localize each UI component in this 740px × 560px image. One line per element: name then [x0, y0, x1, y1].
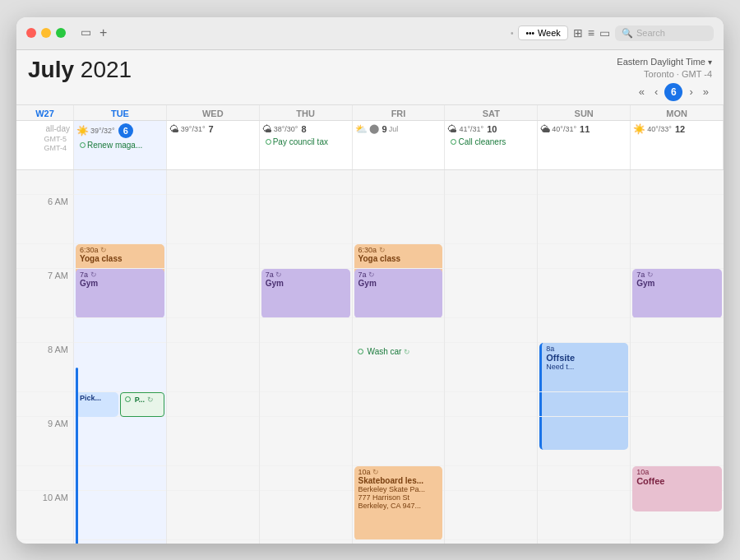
- hour-tue-630[interactable]: [74, 244, 166, 269]
- pick-event-tue[interactable]: Pick...: [76, 392, 118, 417]
- day-col-tue[interactable]: 6:30a ↻ Yoga class 7a ↻ Gym Pic: [74, 170, 167, 544]
- hour-sun-930[interactable]: [538, 466, 630, 491]
- hour-thu-9[interactable]: [260, 417, 352, 466]
- allday-event-renew-mag[interactable]: Renew maga...: [76, 140, 164, 150]
- hour-sun-630[interactable]: [538, 244, 630, 269]
- hour-mon-830[interactable]: [631, 392, 724, 417]
- hour-mon-10[interactable]: [631, 491, 724, 540]
- hour-mon-9[interactable]: [631, 417, 724, 466]
- hour-wed-9[interactable]: [167, 417, 259, 466]
- day-col-wed[interactable]: [167, 170, 260, 544]
- allday-cell-tue[interactable]: ☀️ 39°/32° 6 Renew maga...: [74, 121, 167, 169]
- hour-fri-830[interactable]: [353, 392, 445, 417]
- hour-tue-730[interactable]: [74, 318, 166, 343]
- hour-fri-10[interactable]: [353, 491, 445, 540]
- hour-wed-pre6[interactable]: [167, 170, 259, 195]
- next-next-button[interactable]: »: [700, 84, 712, 100]
- hour-sun-830[interactable]: [538, 392, 630, 417]
- p-event-tue[interactable]: P... ↻: [120, 392, 164, 417]
- hour-fri-pre6[interactable]: [353, 170, 445, 195]
- hour-wed-7[interactable]: [167, 269, 259, 318]
- allday-cell-fri[interactable]: ⛅ ⬤ 9 Jul: [353, 121, 446, 169]
- fullscreen-button[interactable]: [56, 28, 66, 38]
- hour-thu-730[interactable]: [260, 318, 352, 343]
- allday-event-call-cleaners[interactable]: Call cleaners: [447, 137, 534, 147]
- hour-sat-9[interactable]: [445, 417, 537, 466]
- list-view-icon[interactable]: ≡: [588, 26, 594, 39]
- grid-view-icon[interactable]: ⊞: [573, 26, 583, 39]
- day-col-sat[interactable]: [445, 170, 538, 544]
- hour-fri-630[interactable]: [353, 244, 445, 269]
- today-badge[interactable]: 6: [664, 83, 682, 101]
- hour-mon-pre6[interactable]: [631, 170, 724, 195]
- hour-wed-10[interactable]: [167, 491, 259, 540]
- hour-thu-1030[interactable]: [260, 540, 352, 544]
- hour-tue-6[interactable]: [74, 195, 166, 244]
- day-col-fri[interactable]: 6:30a ↻ Yoga class 7a ↻ Gym Wash car: [353, 170, 446, 544]
- hour-sat-830[interactable]: [445, 392, 537, 417]
- hour-sun-730[interactable]: [538, 318, 630, 343]
- search-box[interactable]: 🔍 Search: [615, 25, 714, 41]
- allday-cell-sat[interactable]: 🌤 41°/31° 10 Call cleaners: [445, 121, 538, 169]
- hour-thu-7[interactable]: [260, 269, 352, 318]
- hour-sun-1030[interactable]: [538, 540, 630, 544]
- hour-sun-7[interactable]: [538, 269, 630, 318]
- day-col-mon[interactable]: 7a ↻ Gym 10a Coffee: [631, 170, 724, 544]
- hour-mon-6[interactable]: [631, 195, 724, 244]
- hour-fri-6[interactable]: [353, 195, 445, 244]
- hour-mon-8[interactable]: [631, 343, 724, 392]
- calendar-scroll[interactable]: 6 AM 7 AM 8 AM 9 AM 10 AM 11 AM: [16, 170, 724, 544]
- hour-fri-9[interactable]: [353, 417, 445, 466]
- hour-wed-630[interactable]: [167, 244, 259, 269]
- day-col-sun[interactable]: 8a Offsite Need t...: [538, 170, 631, 544]
- hour-sat-1030[interactable]: [445, 540, 537, 544]
- hour-fri-1030[interactable]: [353, 540, 445, 544]
- sidebar-toggle-icon[interactable]: ▭: [81, 25, 91, 40]
- hour-wed-6[interactable]: [167, 195, 259, 244]
- hour-sun-pre6[interactable]: [538, 170, 630, 195]
- hour-thu-6[interactable]: [260, 195, 352, 244]
- hour-tue-8[interactable]: [74, 343, 166, 392]
- prev-button[interactable]: ‹: [651, 84, 661, 100]
- hour-mon-630[interactable]: [631, 244, 724, 269]
- allday-cell-mon[interactable]: ☀️ 40°/33° 12: [631, 121, 724, 169]
- hour-fri-7[interactable]: [353, 269, 445, 318]
- hour-wed-830[interactable]: [167, 392, 259, 417]
- split-view-icon[interactable]: ▭: [599, 26, 610, 39]
- close-button[interactable]: [26, 28, 36, 38]
- hour-sun-9[interactable]: [538, 417, 630, 466]
- hour-sat-7[interactable]: [445, 269, 537, 318]
- prev-prev-button[interactable]: «: [636, 84, 648, 100]
- hour-fri-730[interactable]: [353, 318, 445, 343]
- hour-sun-8[interactable]: [538, 343, 630, 392]
- allday-event-pay-council[interactable]: Pay council tax: [262, 137, 349, 147]
- hour-sat-930[interactable]: [445, 466, 537, 491]
- hour-wed-930[interactable]: [167, 466, 259, 491]
- hour-tue-7[interactable]: [74, 269, 166, 318]
- hour-tue-pre6[interactable]: [74, 170, 166, 195]
- hour-thu-930[interactable]: [260, 466, 352, 491]
- hour-thu-10[interactable]: [260, 491, 352, 540]
- hour-sat-pre6[interactable]: [445, 170, 537, 195]
- allday-cell-wed[interactable]: 🌤 39°/31° 7: [167, 121, 260, 169]
- hour-sat-8[interactable]: [445, 343, 537, 392]
- hour-sun-6[interactable]: [538, 195, 630, 244]
- week-view-button[interactable]: ••• Week: [518, 25, 567, 40]
- hour-thu-pre6[interactable]: [260, 170, 352, 195]
- hour-mon-1030[interactable]: [631, 540, 724, 544]
- hour-tue-1030[interactable]: [74, 540, 166, 544]
- hour-sun-10[interactable]: [538, 491, 630, 540]
- hour-tue-9[interactable]: [74, 417, 166, 466]
- hour-sat-10[interactable]: [445, 491, 537, 540]
- add-event-icon[interactable]: +: [99, 25, 107, 40]
- day-col-thu[interactable]: 7a ↻ Gym: [260, 170, 353, 544]
- hour-fri-8[interactable]: [353, 343, 445, 392]
- hour-sat-630[interactable]: [445, 244, 537, 269]
- hour-thu-630[interactable]: [260, 244, 352, 269]
- timezone-dropdown-icon[interactable]: ▾: [708, 58, 712, 67]
- hour-wed-8[interactable]: [167, 343, 259, 392]
- allday-cell-sun[interactable]: 🌥 40°/31° 11: [538, 121, 631, 169]
- minimize-button[interactable]: [41, 28, 51, 38]
- hour-thu-8[interactable]: [260, 343, 352, 392]
- hour-mon-730[interactable]: [631, 318, 724, 343]
